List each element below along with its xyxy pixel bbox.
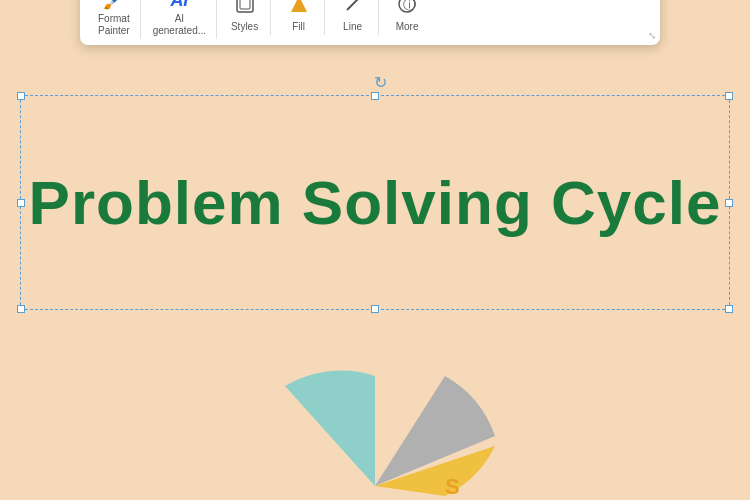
ai-icon: AI (170, 0, 188, 11)
svg-rect-2 (240, 0, 250, 9)
handle-middle-right[interactable] (725, 199, 733, 207)
styles-icon (235, 0, 255, 19)
text-box[interactable]: Problem Solving Cycle (20, 95, 730, 310)
svg-marker-3 (291, 0, 307, 12)
styles-label: Styles (231, 21, 258, 33)
handle-bottom-middle[interactable] (371, 305, 379, 313)
svg-text:ⓘ: ⓘ (403, 0, 416, 12)
slide-title: Problem Solving Cycle (29, 167, 722, 238)
fill-icon (289, 0, 309, 19)
format-painter-icon: 🖌️ (103, 0, 125, 11)
format-painter-button[interactable]: 🖌️ FormatPainter (88, 0, 141, 39)
canvas-area: ↻ Problem Solving Cycle S ⤢ 🔍 (0, 0, 750, 500)
svg-text:S: S (445, 474, 460, 496)
more-icon: ⓘ (397, 0, 417, 19)
line-button[interactable]: Line (327, 0, 379, 35)
more-button[interactable]: ⓘ More (381, 0, 433, 35)
svg-rect-1 (237, 0, 253, 12)
pie-chart: S (245, 356, 505, 500)
format-painter-label: FormatPainter (98, 13, 130, 37)
handle-middle-left[interactable] (17, 199, 25, 207)
more-label: More (396, 21, 419, 33)
svg-line-4 (347, 0, 359, 10)
line-label: Line (343, 21, 362, 33)
line-icon (343, 0, 363, 19)
handle-top-middle[interactable] (371, 92, 379, 100)
fill-button[interactable]: Fill (273, 0, 325, 35)
fill-label: Fill (292, 21, 305, 33)
rotate-handle[interactable]: ↻ (374, 73, 387, 92)
handle-top-left[interactable] (17, 92, 25, 100)
handle-bottom-left[interactable] (17, 305, 25, 313)
toolbar: ⤢ 🔍 Franklin G... ▾ 40 ▾ A+ A- ≡ B I U S (80, 0, 660, 45)
compress-icon[interactable]: ⤡ (648, 30, 656, 41)
handle-top-right[interactable] (725, 92, 733, 100)
ai-generated-button[interactable]: AI AIgenerated... (143, 0, 217, 39)
ai-generated-label: AIgenerated... (153, 13, 206, 37)
styles-button[interactable]: Styles (219, 0, 271, 35)
toolbar-row2: 🖌️ FormatPainter AI AIgenerated... Style… (88, 0, 652, 39)
handle-bottom-right[interactable] (725, 305, 733, 313)
